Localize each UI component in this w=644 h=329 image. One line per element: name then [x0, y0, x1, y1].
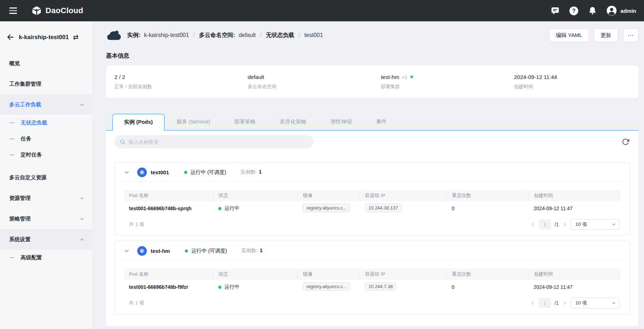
sidebar-item-system-settings[interactable]: 系统设置	[0, 229, 92, 250]
stat-created: 2024-09-12 11:44 创建时间	[505, 74, 639, 90]
tab-deploy-policy[interactable]: 部署策略	[230, 113, 260, 130]
back-icon[interactable]	[6, 33, 15, 41]
breadcrumb-namespace-value[interactable]: default	[238, 32, 256, 38]
next-page-icon[interactable]	[562, 301, 567, 306]
more-actions-button[interactable]: ⋯	[623, 28, 639, 42]
update-button[interactable]: 更新	[594, 28, 618, 42]
status-dot	[184, 171, 187, 174]
stat-replicas: 2 / 2 正常 / 全部实例数	[106, 74, 239, 90]
workload-status: 运行中 (可调度)	[191, 248, 227, 254]
help-icon[interactable]: ?	[569, 6, 579, 16]
svg-text:?: ?	[572, 7, 576, 14]
pod-ip-chip[interactable]: 10.244.38.137	[365, 204, 402, 212]
daocloud-logo-icon	[31, 5, 42, 16]
pod-status: 运行中	[224, 284, 239, 290]
pod-name: test001-66696b748b-sprqh	[124, 201, 213, 216]
collapse-chevron-icon[interactable]	[124, 248, 129, 254]
hamburger-menu-icon[interactable]	[5, 4, 21, 18]
workload-header[interactable]: test-hm 运行中 (可调度) 实例数:1	[115, 241, 630, 261]
chevron-down-icon	[612, 301, 616, 305]
tab-service[interactable]: 服务 (Service)	[172, 113, 214, 130]
pod-created-time: 2024-09-12 11:47	[529, 280, 621, 294]
next-page-icon[interactable]	[562, 222, 567, 227]
chevron-down-icon	[80, 217, 84, 221]
kubernetes-icon	[137, 168, 147, 177]
total-items: 共 1 项	[129, 300, 144, 306]
breadcrumb-instance-value[interactable]: k-kairship-test001	[144, 32, 189, 38]
chevron-up-icon	[80, 102, 84, 107]
prev-page-icon[interactable]	[530, 222, 535, 227]
breadcrumb-namespace-label: 多云命名空间:	[199, 32, 235, 39]
stat-namespace: default 多云命名空间	[239, 74, 372, 90]
sidebar-item-jobs[interactable]: 任务	[0, 131, 92, 147]
tab-events[interactable]: 事件	[372, 113, 391, 130]
kubernetes-icon	[137, 246, 147, 256]
breadcrumb-workload-name: test001	[304, 32, 323, 38]
pods-panel: test001 运行中 (可调度) 实例数:1 Pod 名称 状态 镜像 容器组	[106, 131, 639, 327]
sidebar-item-cronjobs[interactable]: 定时任务	[0, 147, 92, 163]
image-chip[interactable]: registry.aliyuncs.c...	[303, 204, 350, 212]
pod-status: 运行中	[224, 205, 239, 212]
chevron-up-icon	[80, 237, 84, 242]
pagination: /1 10 项	[530, 298, 620, 308]
top-bar: DaoCloud ?	[0, 0, 644, 21]
pagination: /1 10 项	[530, 219, 620, 230]
chevron-down-icon	[80, 196, 84, 201]
chat-icon[interactable]	[551, 6, 560, 15]
chevron-down-icon	[612, 222, 616, 227]
prev-page-icon[interactable]	[530, 301, 535, 306]
ellipsis-icon: ⋯	[628, 32, 634, 39]
tab-pods[interactable]: 实例 (Pods)	[112, 114, 165, 131]
total-items: 共 1 项	[129, 221, 144, 228]
dash-icon	[9, 138, 15, 139]
health-heart-icon: ♥	[410, 74, 413, 80]
search-icon	[119, 139, 126, 145]
table-header-row: Pod 名称 状态 镜像 容器组 IP 重启次数 创建时间	[124, 190, 621, 201]
breadcrumb-workload-type[interactable]: 无状态负载	[266, 32, 294, 39]
cluster-count-badge: +1	[402, 74, 407, 80]
sidebar-item-deployments[interactable]: 无状态负载	[0, 115, 92, 131]
tab-autoscaling[interactable]: 弹性伸缩	[326, 113, 356, 130]
refresh-icon[interactable]	[622, 138, 629, 146]
page-total: /1	[554, 300, 559, 306]
page-size-select[interactable]: 10 项	[571, 219, 620, 230]
dash-icon	[9, 257, 15, 258]
workload-status: 运行中 (可调度)	[190, 169, 226, 176]
breadcrumb-instance-label: 实例:	[127, 32, 140, 39]
table-row: test001-66696b748b-sprqh 运行中 registry.al…	[124, 201, 621, 216]
search-box	[114, 135, 313, 148]
pod-ip-chip[interactable]: 10.244.7.38	[365, 282, 397, 291]
status-dot	[218, 207, 221, 210]
page-size-select[interactable]: 10 项	[571, 298, 620, 308]
page-input[interactable]	[539, 298, 551, 308]
sidebar-item-overview[interactable]: 概览	[0, 53, 92, 74]
search-input[interactable]	[129, 139, 308, 145]
sidebar-item-work-clusters[interactable]: 工作集群管理	[0, 74, 92, 94]
breadcrumb: 实例: k-kairship-test001 / 多云命名空间: default…	[106, 30, 323, 41]
page-input[interactable]	[539, 219, 551, 229]
sidebar-item-custom-resources[interactable]: 多云自定义资源	[0, 167, 92, 188]
pods-table: Pod 名称 状态 镜像 容器组 IP 重启次数 创建时间 test001-66…	[124, 269, 621, 294]
user-menu[interactable]: admin	[606, 5, 636, 16]
sidebar-item-policy-management[interactable]: 策略管理	[0, 208, 92, 229]
replicas-count: 实例数:1	[241, 248, 263, 254]
table-row: test001-66696b748b-f9fzr 运行中 registry.al…	[124, 280, 621, 294]
restart-count: 0	[447, 201, 529, 216]
workload-header[interactable]: test001 运行中 (可调度) 实例数:1	[115, 163, 630, 182]
pod-created-time: 2024-09-12 11:47	[529, 201, 621, 216]
tab-override-policy[interactable]: 差异化策略	[275, 113, 311, 130]
switch-instance-icon[interactable]: ⇄	[73, 34, 79, 41]
image-chip[interactable]: registry.aliyuncs.c...	[303, 282, 350, 291]
collapse-chevron-icon[interactable]	[124, 170, 129, 175]
pod-name: test001-66696b748b-f9fzr	[124, 280, 213, 294]
sidebar-item-resource-management[interactable]: 资源管理	[0, 188, 92, 208]
basic-info-title: 基本信息	[106, 52, 644, 60]
workload-name: test-hm	[151, 248, 170, 254]
sidebar-item-advanced-config[interactable]: 高级配置	[0, 250, 92, 266]
edit-yaml-button[interactable]: 编辑 YAML	[549, 28, 589, 42]
sidebar-item-multicloud-workloads[interactable]: 多云工作负载	[0, 94, 92, 115]
brand-logo: DaoCloud	[31, 5, 83, 16]
bell-icon[interactable]	[588, 6, 597, 15]
stat-clusters: test-hm +1 ♥ 部署集群	[372, 74, 506, 90]
basic-info-card: 2 / 2 正常 / 全部实例数 default 多云命名空间 test-hm …	[106, 65, 639, 98]
